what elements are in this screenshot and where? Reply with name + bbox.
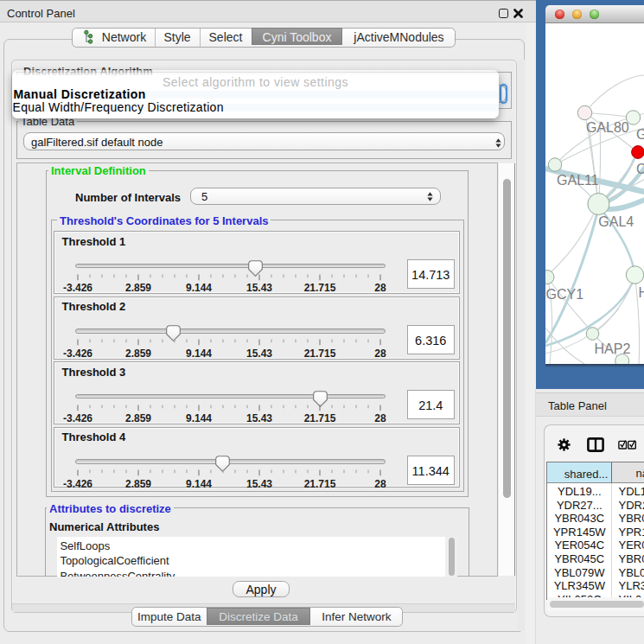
svg-text:GAL80: GAL80	[585, 120, 628, 135]
svg-text:GAL4: GAL4	[598, 214, 634, 229]
svg-text:C: C	[635, 162, 644, 176]
svg-text:HAP2: HAP2	[594, 341, 630, 356]
svg-text:GCY1: GCY1	[545, 287, 583, 302]
svg-text:G: G	[635, 127, 644, 142]
svg-text:GAL11: GAL11	[557, 173, 599, 188]
svg-text:H: H	[638, 285, 644, 300]
